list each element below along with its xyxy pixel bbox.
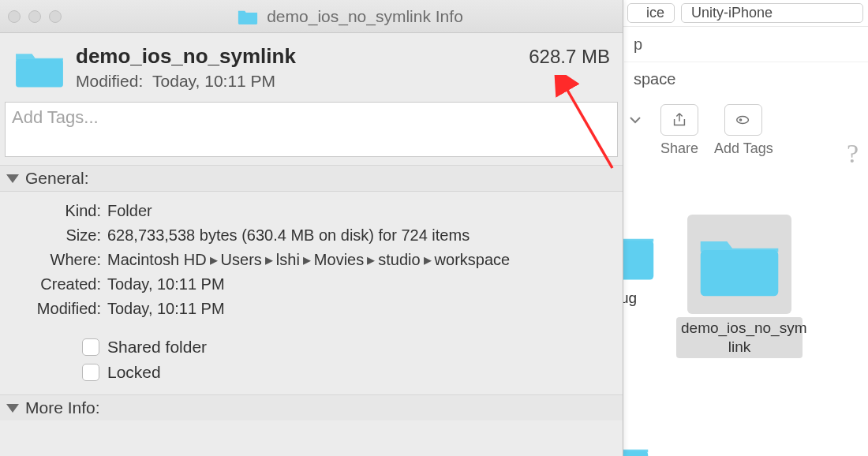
folder-icon — [695, 229, 784, 300]
created-label: Created: — [13, 273, 101, 296]
section-general-body: Kind: Folder Size: 628,733,538 bytes (63… — [0, 192, 623, 394]
zoom-window-button[interactable] — [49, 10, 62, 23]
svg-rect-4 — [16, 59, 63, 87]
path-crumb[interactable]: space — [624, 62, 868, 96]
disclosure-triangle-icon — [6, 404, 19, 413]
size-value: 628,733,538 bytes (630.4 MB on disk) for… — [107, 224, 610, 247]
finder-tab-left[interactable]: ice — [627, 3, 675, 23]
svg-rect-1 — [701, 250, 779, 296]
shared-folder-label: Shared folder — [107, 338, 207, 357]
folder-icon — [237, 8, 259, 25]
tag-icon — [724, 104, 762, 136]
window-title-text: demo_ios_no_symlink Info — [267, 7, 463, 26]
add-tags-label: Add Tags — [714, 140, 773, 157]
modified-value: Today, 10:11 PM — [107, 297, 610, 320]
locked-label: Locked — [107, 363, 161, 382]
item-size: 628.7 MB — [529, 46, 610, 68]
checkbox-icon — [82, 338, 99, 356]
close-window-button[interactable] — [8, 10, 21, 23]
window-titlebar[interactable]: demo_ios_no_symlink Info — [0, 0, 623, 33]
finder-tab-right[interactable]: Unity-iPhone — [681, 3, 863, 23]
minimize-window-button[interactable] — [28, 10, 41, 23]
where-value: Macintosh HD▸Users▸lshi▸Movies▸studio▸wo… — [107, 249, 610, 271]
share-icon — [660, 104, 698, 136]
window-title: demo_ios_no_symlink Info — [85, 7, 615, 26]
share-label: Share — [660, 140, 698, 157]
kind-value: Folder — [107, 200, 610, 222]
add-tags-button[interactable]: Add Tags — [714, 104, 773, 157]
where-label: Where: — [13, 249, 101, 271]
help-icon[interactable]: ? — [847, 139, 859, 169]
folder-icon-selection — [687, 215, 791, 314]
finder-item-label: demo_ios_no_symlink — [676, 317, 803, 358]
tags-input[interactable]: Add Tags... — [5, 102, 618, 157]
locked-checkbox-row[interactable]: Locked — [82, 363, 610, 382]
kind-label: Kind: — [13, 200, 101, 222]
section-general-header[interactable]: General: — [0, 165, 623, 192]
item-modified: Modified: Today, 10:11 PM — [76, 72, 519, 91]
folder-icon — [13, 46, 66, 90]
share-button[interactable]: Share — [660, 104, 698, 157]
item-name: demo_ios_no_symlink — [76, 44, 519, 69]
get-info-window: demo_ios_no_symlink Info demo_ios_no_sym… — [0, 0, 623, 456]
finder-tab-bar: ice Unity-iPhone — [623, 0, 868, 27]
finder-item-selected[interactable]: demo_ios_no_symlink — [684, 215, 795, 358]
finder-toolbar: Share Add Tags ion — [623, 99, 868, 157]
tags-placeholder: Add Tags... — [12, 107, 99, 127]
size-label: Size: — [13, 224, 101, 247]
modified-value: Today, 10:11 PM — [152, 72, 275, 90]
chevron-down-icon[interactable] — [626, 104, 645, 136]
created-value: Today, 10:11 PM — [107, 273, 610, 296]
modified-prefix: Modified: — [76, 72, 143, 90]
checkbox-icon — [82, 364, 99, 381]
modified-label: Modified: — [13, 297, 101, 320]
shared-folder-checkbox-row[interactable]: Shared folder — [82, 338, 610, 357]
section-more-info-header[interactable]: More Info: — [0, 394, 623, 420]
finder-path-crumbs: p space — [623, 27, 868, 96]
info-header: demo_ios_no_symlink Modified: Today, 10:… — [0, 33, 623, 97]
svg-rect-3 — [238, 13, 257, 24]
window-traffic-lights — [8, 10, 62, 23]
finder-window-background: ice Unity-iPhone p space Share Add Tags — [622, 0, 868, 456]
section-general-label: General: — [25, 169, 89, 188]
path-crumb[interactable]: p — [624, 27, 868, 62]
section-more-info-label: More Info: — [25, 398, 100, 417]
path-crumb-label: p — [634, 36, 642, 54]
path-crumb-label: space — [634, 70, 675, 88]
disclosure-triangle-icon — [6, 174, 19, 183]
